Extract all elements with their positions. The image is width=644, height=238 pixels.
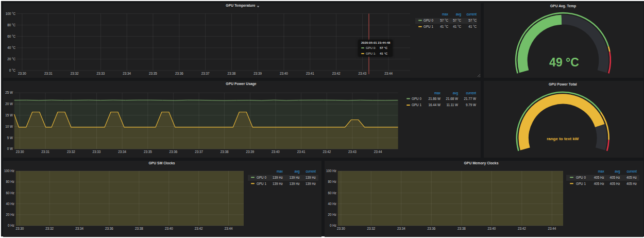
svg-text:41 °C: 41 °C — [468, 25, 477, 28]
svg-text:23:34: 23:34 — [118, 150, 126, 154]
svg-text:23:38: 23:38 — [457, 227, 466, 230]
svg-text:0 Hz: 0 Hz — [330, 224, 336, 227]
svg-text:23:40: 23:40 — [280, 72, 288, 75]
svg-text:23:30: 23:30 — [16, 150, 24, 154]
svg-text:23:40: 23:40 — [165, 227, 173, 230]
svg-text:23:34: 23:34 — [397, 227, 405, 230]
svg-text:11.11 W: 11.11 W — [446, 103, 458, 107]
svg-text:max: max — [442, 12, 449, 16]
svg-text:60 Hz: 60 Hz — [6, 191, 14, 195]
svg-text:max: max — [434, 91, 441, 95]
svg-text:20 Hz: 20 Hz — [328, 213, 336, 216]
svg-text:23:43: 23:43 — [348, 150, 357, 154]
svg-text:23:44: 23:44 — [548, 227, 556, 230]
svg-text:23:32: 23:32 — [367, 227, 375, 230]
svg-text:23:30: 23:30 — [15, 227, 24, 230]
svg-text:current: current — [466, 12, 477, 16]
svg-text:range to text kW: range to text kW — [547, 137, 579, 141]
svg-text:139 Hz: 139 Hz — [306, 182, 316, 185]
svg-text:21.68 W: 21.68 W — [446, 97, 459, 100]
svg-text:0 Hz: 0 Hz — [8, 224, 14, 227]
svg-text:GPU Memory Clocks: GPU Memory Clocks — [464, 161, 499, 165]
svg-text:80 Hz: 80 Hz — [328, 180, 336, 183]
svg-text:405 Hz: 405 Hz — [594, 182, 604, 185]
svg-text:23:36: 23:36 — [427, 227, 435, 230]
svg-text:avg: avg — [456, 12, 462, 16]
svg-text:23:32: 23:32 — [45, 227, 54, 230]
svg-text:57 °C: 57 °C — [453, 19, 461, 22]
svg-text:GPU 1: GPU 1 — [576, 182, 586, 185]
svg-text:GPU 1: GPU 1 — [412, 103, 421, 107]
svg-text:16.44 W: 16.44 W — [429, 103, 441, 107]
svg-text:23:44: 23:44 — [374, 150, 382, 154]
svg-text:23:39: 23:39 — [253, 72, 262, 75]
svg-text:15 W: 15 W — [5, 113, 13, 117]
svg-text:23:39: 23:39 — [246, 150, 255, 154]
svg-text:max: max — [277, 169, 283, 173]
svg-text:100 Hz: 100 Hz — [326, 169, 336, 173]
svg-text:23:38: 23:38 — [228, 72, 236, 75]
svg-text:23:35: 23:35 — [144, 150, 152, 154]
svg-text:80 Hz: 80 Hz — [6, 180, 14, 183]
svg-text:49 °C: 49 °C — [549, 56, 579, 69]
svg-text:23:37: 23:37 — [195, 150, 203, 154]
svg-text:23:30: 23:30 — [18, 72, 26, 75]
svg-text:23:41: 23:41 — [306, 72, 314, 75]
svg-text:100 Hz: 100 Hz — [4, 169, 14, 173]
svg-text:9.79 W: 9.79 W — [466, 103, 476, 107]
svg-text:23:40: 23:40 — [272, 150, 280, 154]
svg-text:23:32: 23:32 — [67, 150, 75, 154]
svg-text:23:31: 23:31 — [41, 150, 49, 154]
svg-text:139 Hz: 139 Hz — [290, 182, 300, 185]
svg-text:23:38: 23:38 — [135, 227, 143, 230]
svg-text:GPU SM Clocks: GPU SM Clocks — [149, 161, 175, 165]
svg-text:GPU Power Total: GPU Power Total — [549, 82, 577, 86]
svg-text:GPU 0: GPU 0 — [423, 19, 433, 22]
svg-text:5 W: 5 W — [7, 136, 13, 140]
svg-text:23:35: 23:35 — [149, 72, 157, 75]
svg-text:avg: avg — [294, 169, 300, 174]
svg-text:23:43: 23:43 — [359, 72, 367, 75]
svg-text:current: current — [626, 169, 637, 173]
svg-text:23:30: 23:30 — [337, 227, 345, 230]
svg-text:139 Hz: 139 Hz — [273, 176, 283, 179]
svg-text:23:33: 23:33 — [93, 150, 101, 154]
svg-text:23:36: 23:36 — [170, 150, 178, 154]
svg-text:20 °C: 20 °C — [7, 57, 15, 61]
svg-text:23:42: 23:42 — [323, 150, 331, 154]
svg-text:40 Hz: 40 Hz — [6, 202, 14, 206]
svg-text:57 °C: 57 °C — [440, 19, 448, 22]
svg-text:GPU 1: GPU 1 — [423, 25, 433, 28]
svg-text:139 Hz: 139 Hz — [290, 176, 300, 179]
svg-text:23:42: 23:42 — [195, 227, 203, 230]
svg-text:25 W: 25 W — [5, 91, 13, 94]
svg-text:23:34: 23:34 — [123, 72, 131, 75]
svg-text:40 Hz: 40 Hz — [328, 202, 336, 206]
svg-text:405 Hz: 405 Hz — [626, 182, 637, 185]
svg-text:23:31: 23:31 — [44, 72, 53, 75]
svg-text:avg: avg — [453, 91, 459, 95]
svg-text:405 Hz: 405 Hz — [609, 176, 620, 179]
svg-text:23:37: 23:37 — [201, 72, 210, 75]
svg-text:max: max — [598, 169, 605, 173]
svg-text:GPU 1: GPU 1 — [257, 182, 266, 185]
svg-text:405 Hz: 405 Hz — [609, 182, 620, 185]
svg-text:23:34: 23:34 — [75, 227, 83, 230]
svg-text:23:42: 23:42 — [332, 72, 341, 75]
svg-text:139 Hz: 139 Hz — [306, 176, 316, 179]
svg-text:23:36: 23:36 — [105, 227, 113, 230]
svg-text:40 °C: 40 °C — [7, 46, 15, 49]
svg-text:23:33: 23:33 — [97, 72, 105, 75]
svg-text:405 Hz: 405 Hz — [594, 176, 604, 179]
svg-text:current: current — [466, 91, 476, 95]
svg-text:23:40: 23:40 — [487, 227, 496, 230]
svg-text:0 W: 0 W — [7, 147, 13, 150]
svg-text:23:32: 23:32 — [71, 72, 79, 75]
svg-text:100 °C: 100 °C — [6, 12, 16, 15]
svg-text:20 Hz: 20 Hz — [6, 213, 14, 216]
svg-text:57 °C: 57 °C — [468, 19, 477, 22]
svg-text:23:38: 23:38 — [221, 150, 229, 154]
svg-text:60 Hz: 60 Hz — [328, 191, 336, 195]
svg-text:405 Hz: 405 Hz — [626, 176, 637, 179]
svg-text:21.77 W: 21.77 W — [464, 97, 477, 100]
